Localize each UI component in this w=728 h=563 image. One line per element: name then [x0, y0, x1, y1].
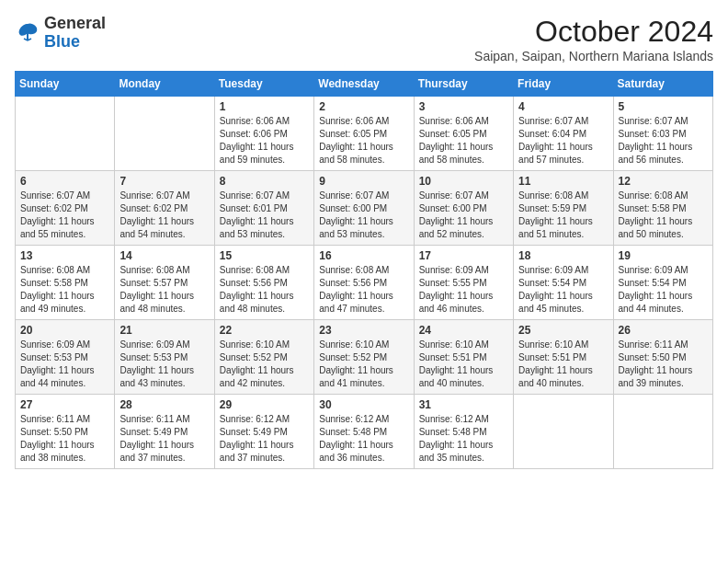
- calendar-cell: 15Sunrise: 6:08 AM Sunset: 5:56 PM Dayli…: [214, 246, 313, 320]
- calendar-cell: 21Sunrise: 6:09 AM Sunset: 5:53 PM Dayli…: [115, 320, 214, 395]
- day-number: 17: [419, 249, 508, 262]
- calendar-cell: 13Sunrise: 6:08 AM Sunset: 5:58 PM Dayli…: [16, 246, 115, 320]
- day-number: 7: [119, 175, 209, 188]
- day-info: Sunrise: 6:09 AM Sunset: 5:53 PM Dayligh…: [119, 339, 209, 390]
- calendar-cell: [514, 395, 613, 469]
- day-header-friday: Friday: [514, 72, 613, 97]
- day-info: Sunrise: 6:08 AM Sunset: 5:58 PM Dayligh…: [619, 190, 708, 241]
- day-info: Sunrise: 6:11 AM Sunset: 5:50 PM Dayligh…: [20, 413, 109, 465]
- day-number: 29: [220, 398, 309, 411]
- calendar-week-1: 1Sunrise: 6:06 AM Sunset: 6:06 PM Daylig…: [16, 97, 713, 171]
- day-info: Sunrise: 6:11 AM Sunset: 5:49 PM Dayligh…: [119, 413, 209, 465]
- day-number: 2: [319, 100, 408, 113]
- day-number: 5: [619, 100, 708, 113]
- calendar-cell: [613, 395, 712, 469]
- day-number: 15: [220, 249, 309, 262]
- day-header-sunday: Sunday: [16, 72, 115, 97]
- day-info: Sunrise: 6:11 AM Sunset: 5:50 PM Dayligh…: [619, 339, 708, 390]
- day-info: Sunrise: 6:07 AM Sunset: 6:04 PM Dayligh…: [518, 115, 608, 167]
- calendar-cell: 22Sunrise: 6:10 AM Sunset: 5:52 PM Dayli…: [214, 320, 313, 395]
- day-number: 30: [319, 398, 408, 411]
- calendar-cell: 6Sunrise: 6:07 AM Sunset: 6:02 PM Daylig…: [16, 171, 115, 246]
- day-info: Sunrise: 6:10 AM Sunset: 5:52 PM Dayligh…: [319, 339, 408, 390]
- day-info: Sunrise: 6:08 AM Sunset: 5:59 PM Dayligh…: [518, 190, 608, 241]
- day-info: Sunrise: 6:08 AM Sunset: 5:58 PM Dayligh…: [20, 264, 109, 316]
- day-number: 18: [518, 249, 608, 262]
- calendar-header-row: SundayMondayTuesdayWednesdayThursdayFrid…: [16, 72, 713, 97]
- day-info: Sunrise: 6:07 AM Sunset: 6:01 PM Dayligh…: [220, 190, 309, 241]
- calendar-cell: 25Sunrise: 6:10 AM Sunset: 5:51 PM Dayli…: [514, 320, 613, 395]
- calendar-cell: 19Sunrise: 6:09 AM Sunset: 5:54 PM Dayli…: [613, 246, 712, 320]
- day-header-saturday: Saturday: [613, 72, 712, 97]
- calendar-cell: 10Sunrise: 6:07 AM Sunset: 6:00 PM Dayli…: [414, 171, 513, 246]
- day-header-thursday: Thursday: [414, 72, 513, 97]
- day-number: 28: [119, 398, 209, 411]
- day-number: 22: [220, 324, 309, 337]
- day-number: 11: [518, 175, 608, 188]
- calendar-cell: 29Sunrise: 6:12 AM Sunset: 5:49 PM Dayli…: [214, 395, 313, 469]
- page-header: General Blue October 2024 Saipan, Saipan…: [15, 15, 713, 63]
- day-number: 1: [220, 100, 309, 113]
- day-info: Sunrise: 6:06 AM Sunset: 6:06 PM Dayligh…: [220, 115, 309, 167]
- day-info: Sunrise: 6:12 AM Sunset: 5:48 PM Dayligh…: [419, 413, 508, 465]
- calendar-cell: 31Sunrise: 6:12 AM Sunset: 5:48 PM Dayli…: [414, 395, 513, 469]
- day-number: 21: [119, 324, 209, 337]
- calendar-body: 1Sunrise: 6:06 AM Sunset: 6:06 PM Daylig…: [16, 97, 713, 469]
- day-number: 4: [518, 100, 608, 113]
- calendar-cell: 28Sunrise: 6:11 AM Sunset: 5:49 PM Dayli…: [115, 395, 214, 469]
- calendar-cell: 26Sunrise: 6:11 AM Sunset: 5:50 PM Dayli…: [613, 320, 712, 395]
- calendar-cell: 20Sunrise: 6:09 AM Sunset: 5:53 PM Dayli…: [16, 320, 115, 395]
- day-info: Sunrise: 6:10 AM Sunset: 5:51 PM Dayligh…: [518, 339, 608, 390]
- calendar-week-3: 13Sunrise: 6:08 AM Sunset: 5:58 PM Dayli…: [16, 246, 713, 320]
- day-number: 9: [319, 175, 408, 188]
- day-info: Sunrise: 6:09 AM Sunset: 5:54 PM Dayligh…: [619, 264, 708, 316]
- calendar-week-2: 6Sunrise: 6:07 AM Sunset: 6:02 PM Daylig…: [16, 171, 713, 246]
- day-info: Sunrise: 6:07 AM Sunset: 6:02 PM Dayligh…: [20, 190, 109, 241]
- calendar-cell: [16, 97, 115, 171]
- day-header-monday: Monday: [115, 72, 214, 97]
- day-number: 12: [619, 175, 708, 188]
- month-title: October 2024: [474, 15, 713, 49]
- day-number: 23: [319, 324, 408, 337]
- day-number: 20: [20, 324, 109, 337]
- calendar-cell: 27Sunrise: 6:11 AM Sunset: 5:50 PM Dayli…: [16, 395, 115, 469]
- logo-bird-icon: [15, 20, 40, 46]
- day-info: Sunrise: 6:08 AM Sunset: 5:56 PM Dayligh…: [220, 264, 309, 316]
- calendar-cell: 16Sunrise: 6:08 AM Sunset: 5:56 PM Dayli…: [314, 246, 414, 320]
- day-info: Sunrise: 6:07 AM Sunset: 6:02 PM Dayligh…: [119, 190, 209, 241]
- day-info: Sunrise: 6:08 AM Sunset: 5:57 PM Dayligh…: [119, 264, 209, 316]
- day-info: Sunrise: 6:10 AM Sunset: 5:51 PM Dayligh…: [419, 339, 508, 390]
- day-info: Sunrise: 6:09 AM Sunset: 5:54 PM Dayligh…: [518, 264, 608, 316]
- day-info: Sunrise: 6:09 AM Sunset: 5:53 PM Dayligh…: [20, 339, 109, 390]
- day-info: Sunrise: 6:06 AM Sunset: 6:05 PM Dayligh…: [419, 115, 508, 167]
- calendar-week-5: 27Sunrise: 6:11 AM Sunset: 5:50 PM Dayli…: [16, 395, 713, 469]
- calendar-cell: [115, 97, 214, 171]
- day-info: Sunrise: 6:12 AM Sunset: 5:48 PM Dayligh…: [319, 413, 408, 465]
- calendar-cell: 3Sunrise: 6:06 AM Sunset: 6:05 PM Daylig…: [414, 97, 513, 171]
- calendar-cell: 23Sunrise: 6:10 AM Sunset: 5:52 PM Dayli…: [314, 320, 414, 395]
- calendar-cell: 1Sunrise: 6:06 AM Sunset: 6:06 PM Daylig…: [214, 97, 313, 171]
- day-number: 8: [220, 175, 309, 188]
- logo-text: General Blue: [44, 15, 106, 52]
- day-number: 24: [419, 324, 508, 337]
- day-number: 27: [20, 398, 109, 411]
- calendar-cell: 12Sunrise: 6:08 AM Sunset: 5:58 PM Dayli…: [613, 171, 712, 246]
- day-number: 3: [419, 100, 508, 113]
- day-number: 6: [20, 175, 109, 188]
- calendar-cell: 7Sunrise: 6:07 AM Sunset: 6:02 PM Daylig…: [115, 171, 214, 246]
- day-header-wednesday: Wednesday: [314, 72, 414, 97]
- logo: General Blue: [15, 15, 106, 52]
- day-info: Sunrise: 6:07 AM Sunset: 6:00 PM Dayligh…: [319, 190, 408, 241]
- day-header-tuesday: Tuesday: [214, 72, 313, 97]
- calendar-cell: 30Sunrise: 6:12 AM Sunset: 5:48 PM Dayli…: [314, 395, 414, 469]
- day-number: 10: [419, 175, 508, 188]
- calendar-cell: 4Sunrise: 6:07 AM Sunset: 6:04 PM Daylig…: [514, 97, 613, 171]
- day-info: Sunrise: 6:10 AM Sunset: 5:52 PM Dayligh…: [220, 339, 309, 390]
- calendar-table: SundayMondayTuesdayWednesdayThursdayFrid…: [15, 71, 713, 469]
- day-info: Sunrise: 6:12 AM Sunset: 5:49 PM Dayligh…: [220, 413, 309, 465]
- day-info: Sunrise: 6:07 AM Sunset: 6:00 PM Dayligh…: [419, 190, 508, 241]
- day-info: Sunrise: 6:07 AM Sunset: 6:03 PM Dayligh…: [619, 115, 708, 167]
- day-info: Sunrise: 6:06 AM Sunset: 6:05 PM Dayligh…: [319, 115, 408, 167]
- calendar-cell: 14Sunrise: 6:08 AM Sunset: 5:57 PM Dayli…: [115, 246, 214, 320]
- day-number: 19: [619, 249, 708, 262]
